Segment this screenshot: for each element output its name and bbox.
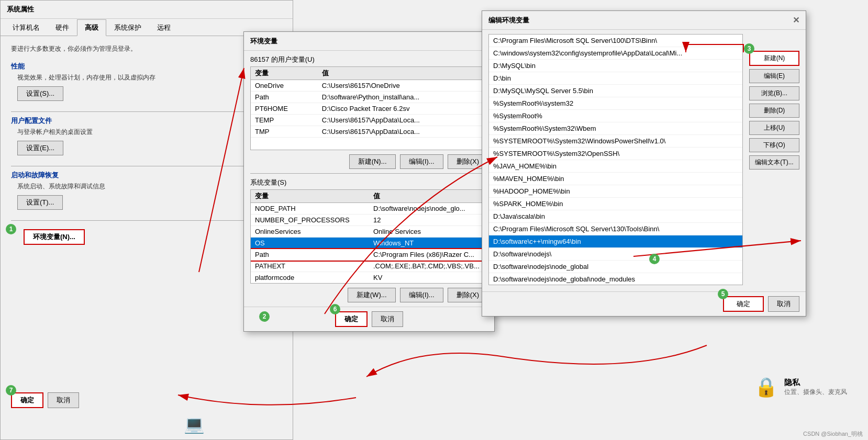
edit-path-list-container[interactable]: C:\Program Files\Microsoft SQL Server\10… [488,34,743,285]
sys-new-button[interactable]: 新建(W)... [348,288,396,302]
badge-7: 7 [6,385,16,396]
user-var-row[interactable]: PT6HOMED:\Cisco Packet Tracer 6.2sv [251,103,487,115]
edit-ok-button[interactable]: 确定 [723,296,764,312]
path-list-item[interactable]: %MAVEN_HOME%\bin [489,173,742,185]
sys-var-row[interactable]: NUMBER_OF_PROCESSORS12 [251,215,487,226]
user-var-row[interactable]: OneDriveC:\Users\86157\OneDrive [251,80,487,92]
env-dialog-title: 环境变量 ✕ [244,32,494,51]
sys-var-row[interactable]: OSWindows_NT [251,238,487,249]
user-val-col-header: 值 [318,67,487,80]
env-ok-button[interactable]: 确定 [335,311,368,327]
sys-ok-button[interactable]: 确定 [11,392,43,408]
tab-computer-name[interactable]: 计算机名 [5,19,48,36]
sys-var-name: NUMBER_OF_PROCESSORS [251,215,369,226]
path-list-item[interactable]: D:\software\nodejs\node_global [489,261,742,273]
edit-right-btns: 3 新建(N) 编辑(E) 浏览(B)... 删除(D) 上移(U) 下移(O)… [749,51,799,170]
sys-vars-table-container[interactable]: 变量 值 NODE_PATHD:\software\nodejs\node_gl… [250,189,488,284]
path-list-item[interactable]: D:\MySQL\bin [489,60,742,72]
watermark: CSDN @Siobhan_明桃 [803,430,863,438]
tab-system-protection[interactable]: 系统保护 [106,19,149,36]
sys-props-title: 系统属性 [7,5,34,14]
edit-dialog-close[interactable]: ✕ [793,15,799,25]
user-var-name: TEMP [251,115,318,126]
path-list-item[interactable]: D:\software\nodejs\ [489,248,742,261]
sys-edit-button[interactable]: 编辑(I)... [400,288,443,302]
path-list-item[interactable]: %SystemRoot%\System32\Wbem [489,122,742,135]
path-list-item[interactable]: C:\Program Files\Microsoft SQL Server\13… [489,223,742,235]
sys-cancel-button[interactable]: 取消 [48,392,79,408]
edit-text-button[interactable]: 编辑文本(T)... [749,155,799,170]
edit-cancel-button[interactable]: 取消 [768,296,799,312]
path-list-item[interactable]: %SPARK_HOME%\bin [489,198,742,210]
sys-var-value: KV [369,272,487,284]
startup-recovery-settings-button[interactable]: 设置(T)... [17,195,63,210]
path-list-item[interactable]: %JAVA_HOME%\bin [489,160,742,173]
privacy-lock-icon: 🔒 [754,376,778,398]
sys-bottom-btns: 7 确定 取消 [11,392,79,408]
user-var-value: C:\Users\86157\AppData\Loca... [318,115,487,126]
sys-vars-label: 系统变量(S) [244,174,494,189]
path-list-item[interactable]: %SystemRoot% [489,110,742,122]
badge-2: 2 [259,311,270,322]
path-list-item[interactable]: %SYSTEMROOT%\System32\OpenSSH\ [489,148,742,160]
path-list-item[interactable]: %SYSTEMROOT%\System32\WindowsPowerShell\… [489,135,742,148]
edit-dialog-title: 编辑环境变量 ✕ [482,11,806,30]
sys-var-value: C:\Program Files (x86)\Razer C... [369,249,487,261]
tab-advanced[interactable]: 高级 [77,19,106,36]
performance-desc: 视觉效果，处理器计划，内存使用，以及虚拟内存 [17,73,282,82]
path-list-item[interactable]: %HADOOP_HOME%\bin [489,185,742,198]
tab-remote[interactable]: 远程 [149,19,179,36]
user-profile-settings-button[interactable]: 设置(E)... [17,141,63,155]
edit-env-dialog: 编辑环境变量 ✕ C:\Program Files\Microsoft SQL … [482,10,806,317]
user-var-value: D:\Cisco Packet Tracer 6.2sv [318,103,487,115]
badge-6: 6 [330,304,340,314]
user-vars-label: 86157 的用户变量(U) [244,51,494,66]
path-list-item[interactable]: D:\Java\scala\bin [489,210,742,223]
user-edit-button[interactable]: 编辑(I)... [400,154,443,169]
path-list-item[interactable]: D:\MySQL\MySQL Server 5.5\bin [489,85,742,97]
path-list-item[interactable]: C:\Program Files\Microsoft SQL Server\10… [489,35,742,47]
performance-section: 性能 视觉效果，处理器计划，内存使用，以及虚拟内存 设置(S)... [11,62,282,101]
sys-var-name: OS [251,238,369,249]
user-vars-table: 变量 值 OneDriveC:\Users\86157\OneDrivePath… [251,67,487,138]
edit-move-up-button[interactable]: 上移(U) [749,121,799,135]
path-list-item[interactable]: C:\windows\system32\config\systemprofile… [489,47,742,60]
user-profile-title: 用户配置文件 [11,116,282,126]
sys-var-value: 12 [369,215,487,226]
user-var-value: D:\software\Python_install\ana... [318,92,487,103]
user-var-row[interactable]: TMPC:\Users\86157\AppData\Loca... [251,126,487,138]
sys-var-row[interactable]: NODE_PATHD:\software\nodejs\node_glo... [251,203,487,215]
path-list-item[interactable]: D:\software\c++\mingw64\bin [489,235,742,248]
badge-4: 4 [649,254,660,264]
edit-move-down-button[interactable]: 下移(O) [749,138,799,152]
edit-path-list: C:\Program Files\Microsoft SQL Server\10… [489,35,742,285]
sys-var-row[interactable]: PathC:\Program Files (x86)\Razer C... [251,249,487,261]
user-new-button[interactable]: 新建(N)... [349,154,396,169]
edit-delete-button[interactable]: 删除(D) [749,104,799,118]
user-var-row[interactable]: PathD:\software\Python_install\ana... [251,92,487,103]
env-vars-button[interactable]: 环境变量(N)... [24,229,85,245]
sys-val-col-header: 值 [369,190,487,203]
path-list-item[interactable]: D:\bin [489,72,742,85]
admin-warn: 要进行大多数更改，你必须作为管理员登录。 [11,44,282,53]
env-cancel-button[interactable]: 取消 [372,311,403,327]
edit-new-button[interactable]: 新建(N) [749,51,799,66]
path-list-item[interactable]: %SystemRoot%\system32 [489,97,742,110]
sys-var-row[interactable]: OnlineServicesOnline Services [251,226,487,238]
sys-var-row[interactable]: PATHEXT.COM;.EXE;.BAT;.CMD;.VBS;.VB... [251,261,487,272]
sys-var-name: NODE_PATH [251,203,369,215]
user-var-name: PT6HOME [251,103,318,115]
edit-dialog-bottom: 5 确定 取消 [482,291,806,316]
user-var-value: C:\Users\86157\OneDrive [318,80,487,92]
tab-hardware[interactable]: 硬件 [48,19,77,36]
edit-browse-button[interactable]: 浏览(B)... [749,86,799,100]
edit-edit-button[interactable]: 编辑(E) [749,69,799,83]
env-dialog-title-text: 环境变量 [250,37,277,46]
path-list-item[interactable]: D:\software\nodejs\node_global\node_modu… [489,273,742,285]
user-vars-table-container[interactable]: 变量 值 OneDriveC:\Users\86157\OneDrivePath… [250,66,488,150]
user-var-name: OneDrive [251,80,318,92]
sys-var-row[interactable]: platformcodeKV [251,272,487,284]
env-dialog-bottom: 6 确定 取消 [244,307,494,331]
user-var-row[interactable]: TEMPC:\Users\86157\AppData\Loca... [251,115,487,126]
performance-settings-button[interactable]: 设置(S)... [17,86,63,101]
